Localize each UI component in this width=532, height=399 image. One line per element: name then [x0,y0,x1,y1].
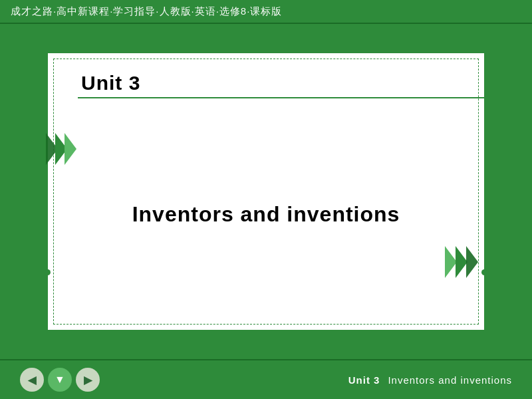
footer-subtitle: Inventors and inventions [388,374,512,386]
unit-label: Unit 3 [81,72,140,94]
nav-home-button[interactable]: ▼ [48,368,72,392]
svg-marker-2 [65,133,76,165]
footer-unit-label: Unit 3 [348,374,380,386]
main-title: Inventors and inventions [132,202,400,227]
right-chevron-decoration [445,243,486,281]
svg-marker-4 [456,246,467,278]
main-content: Unit 3 Inventors and inventions [0,24,532,359]
header-bar: 成才之路·高中新课程·学习指导·人教版·英语·选修8·课标版 [0,0,532,24]
svg-marker-5 [466,246,478,278]
main-title-area: Inventors and inventions [48,98,484,330]
slide-container: Unit 3 Inventors and inventions [47,52,485,331]
unit-header: Unit 3 [48,53,484,94]
nav-prev-button[interactable]: ◀ [20,368,44,392]
dot-left [45,269,51,275]
header-title: 成才之路·高中新课程·学习指导·人教版·英语·选修8·课标版 [11,5,282,18]
left-chevron-decoration [46,130,84,168]
footer-info: Unit 3 Inventors and inventions [348,374,512,386]
footer-bar: ◀ ▼ ▶ Unit 3 Inventors and inventions [0,359,532,399]
svg-marker-3 [445,246,457,278]
nav-buttons: ◀ ▼ ▶ [20,368,100,392]
nav-next-button[interactable]: ▶ [76,368,100,392]
